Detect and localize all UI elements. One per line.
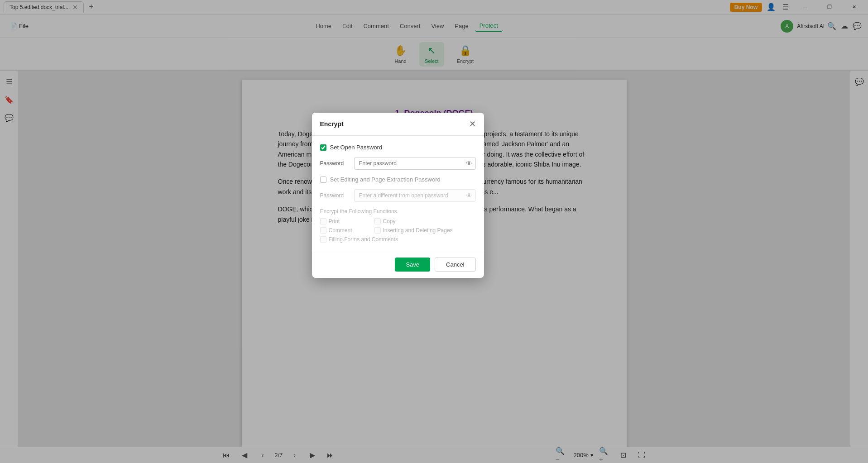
open-password-input-wrap: 👁: [354, 157, 476, 170]
editing-password-input-wrap: 👁: [354, 189, 476, 202]
open-password-section-header: Set Open Password: [320, 144, 476, 151]
inserting-pages-checkbox[interactable]: [374, 227, 381, 234]
editing-password-checkbox-label[interactable]: Set Editing and Page Extraction Password: [320, 176, 441, 183]
filling-forms-option: Filling Forms and Comments: [320, 236, 411, 243]
open-password-checkbox-label[interactable]: Set Open Password: [320, 144, 383, 151]
open-password-checkbox[interactable]: [320, 144, 326, 151]
modal-title: Encrypt: [320, 120, 344, 128]
modal-header: Encrypt ✕: [312, 113, 484, 136]
encrypt-modal: Encrypt ✕ Set Open Password Password 👁: [312, 113, 484, 278]
comment-checkbox[interactable]: [320, 227, 326, 234]
modal-overlay: Encrypt ✕ Set Open Password Password 👁: [0, 0, 868, 463]
modal-footer: Save Cancel: [312, 251, 484, 278]
encrypt-functions-section: Encrypt the Following Functions Print Co…: [320, 208, 476, 243]
modal-close-button[interactable]: ✕: [469, 119, 476, 129]
editing-password-section-header: Set Editing and Page Extraction Password: [320, 176, 476, 183]
open-password-field-row: Password 👁: [320, 157, 476, 170]
comment-option: Comment: [320, 227, 374, 234]
open-password-label: Password: [320, 160, 350, 167]
save-button[interactable]: Save: [395, 258, 430, 272]
copy-checkbox[interactable]: [374, 218, 381, 224]
editing-password-label: Password: [320, 192, 350, 199]
editing-password-checkbox[interactable]: [320, 177, 326, 183]
filling-forms-checkbox[interactable]: [320, 236, 326, 243]
cancel-button[interactable]: Cancel: [435, 258, 475, 272]
inserting-pages-option: Inserting and Deleting Pages: [374, 227, 465, 234]
modal-body: Set Open Password Password 👁 Set Editing…: [312, 136, 484, 251]
editing-password-field-row: Password 👁: [320, 189, 476, 202]
open-password-input[interactable]: [354, 157, 476, 170]
print-option: Print: [320, 218, 374, 224]
copy-option: Copy: [374, 218, 429, 224]
editing-password-input[interactable]: [354, 189, 476, 202]
encrypt-functions-label: Encrypt the Following Functions: [320, 208, 476, 215]
open-password-eye-icon[interactable]: 👁: [466, 160, 472, 167]
print-checkbox[interactable]: [320, 218, 326, 224]
editing-password-eye-icon: 👁: [466, 192, 472, 199]
